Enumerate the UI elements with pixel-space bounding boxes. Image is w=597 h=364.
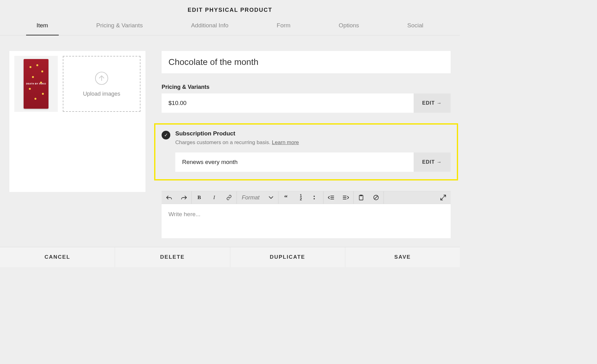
indent-button[interactable]	[338, 191, 353, 204]
subscription-edit-label: EDIT	[422, 159, 435, 165]
pricing-edit-label: EDIT	[422, 100, 435, 106]
pricing-section-label: Pricing & Variants	[162, 84, 451, 90]
redo-icon	[181, 195, 187, 200]
undo-icon	[166, 195, 172, 200]
tab-options[interactable]: Options	[328, 16, 370, 35]
quote-icon: “	[284, 193, 288, 202]
subscription-learn-more-link[interactable]: Learn more	[272, 139, 299, 145]
subscription-highlight: ✓ Subscription Product Charges customers…	[154, 123, 458, 180]
italic-icon: I	[213, 194, 215, 201]
chevron-down-icon	[269, 196, 273, 199]
tab-social[interactable]: Social	[397, 16, 434, 35]
link-button[interactable]	[222, 191, 237, 204]
indent-icon	[343, 195, 349, 200]
page-title: EDIT PHYSICAL PRODUCT	[0, 0, 460, 16]
tab-item[interactable]: Item	[26, 16, 59, 35]
clipboard-icon	[359, 195, 364, 200]
svg-point-2	[314, 198, 315, 199]
svg-line-6	[374, 196, 378, 199]
outdent-button[interactable]	[324, 191, 338, 204]
footer-actions: CANCEL DELETE DUPLICATE SAVE	[0, 247, 460, 267]
undo-button[interactable]	[162, 191, 177, 204]
numbered-list-button[interactable]: 12	[293, 191, 308, 204]
cancel-button[interactable]: CANCEL	[0, 247, 115, 267]
tabs: Item Pricing & Variants Additional Info …	[0, 16, 460, 35]
expand-button[interactable]	[436, 191, 451, 204]
outdent-icon	[328, 195, 334, 200]
chocolate-brand-label: DEATH BY XOKO	[26, 83, 46, 85]
numbered-list-icon: 12	[300, 194, 302, 201]
pricing-value: $10.00	[162, 93, 414, 113]
duplicate-button[interactable]: DUPLICATE	[230, 247, 345, 267]
format-label: Format	[242, 194, 259, 201]
italic-button[interactable]: I	[207, 191, 222, 204]
pricing-edit-button[interactable]: EDIT →	[414, 93, 451, 113]
arrow-right-icon: →	[437, 100, 442, 106]
tab-form[interactable]: Form	[266, 16, 301, 35]
clear-format-button[interactable]	[369, 191, 383, 204]
bold-button[interactable]: B	[192, 191, 207, 204]
product-thumbnail[interactable]: DEATH BY XOKO	[14, 56, 58, 112]
tab-additional-info[interactable]: Additional Info	[181, 16, 239, 35]
subscription-renew-text: Renews every month	[175, 152, 414, 172]
bullet-list-button[interactable]	[308, 191, 323, 204]
svg-point-1	[314, 196, 315, 197]
upload-images-label: Upload images	[83, 91, 120, 97]
subscription-edit-button[interactable]: EDIT →	[414, 152, 451, 172]
bullet-list-icon	[313, 195, 318, 200]
expand-icon	[440, 195, 446, 200]
format-dropdown[interactable]: Format	[237, 191, 278, 204]
subscription-description: Charges customers on a recurring basis. …	[175, 139, 451, 146]
image-panel: DEATH BY XOKO Upload images	[9, 51, 145, 192]
arrow-right-icon: →	[437, 159, 442, 165]
product-name-input[interactable]	[162, 51, 451, 73]
link-icon	[226, 195, 232, 200]
check-icon: ✓	[164, 132, 168, 138]
redo-button[interactable]	[177, 191, 191, 204]
subscription-checkbox[interactable]: ✓	[162, 131, 170, 139]
subscription-desc-text: Charges customers on a recurring basis.	[175, 139, 272, 145]
tab-pricing-variants[interactable]: Pricing & Variants	[86, 16, 154, 35]
save-button[interactable]: SAVE	[345, 247, 460, 267]
clipboard-button[interactable]	[354, 191, 369, 204]
description-textarea[interactable]: Write here...	[162, 204, 451, 238]
chocolate-bar-image: DEATH BY XOKO	[24, 59, 48, 109]
delete-button[interactable]: DELETE	[115, 247, 230, 267]
subscription-title: Subscription Product	[175, 130, 451, 137]
clear-format-icon	[373, 195, 379, 200]
upload-images-button[interactable]: Upload images	[63, 56, 140, 112]
quote-button[interactable]: “	[278, 191, 293, 204]
bold-icon: B	[197, 194, 201, 201]
upload-icon	[94, 71, 109, 86]
description-editor: B I Format	[162, 191, 451, 238]
